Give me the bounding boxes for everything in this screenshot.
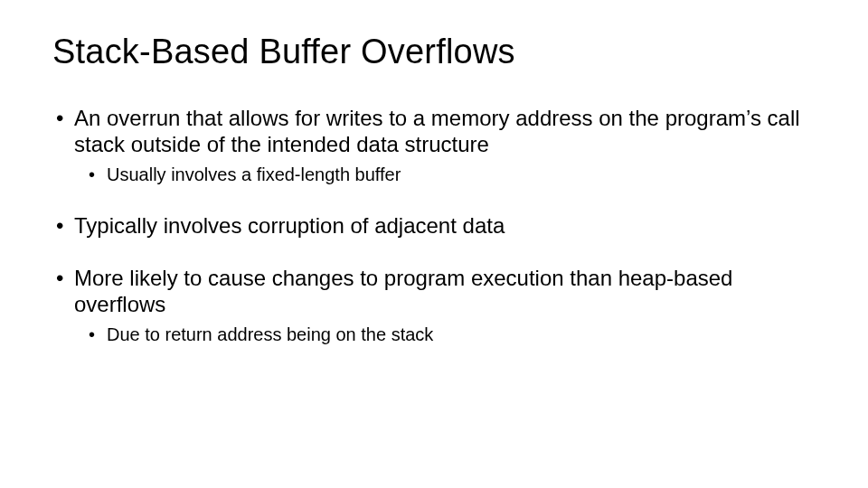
bullet-text: An overrun that allows for writes to a m…	[74, 106, 800, 156]
bullet-text: More likely to cause changes to program …	[74, 266, 732, 316]
bullet-list: An overrun that allows for writes to a m…	[52, 106, 816, 346]
sub-list: Due to return address being on the stack	[74, 324, 816, 346]
list-item: Due to return address being on the stack	[85, 324, 816, 346]
bullet-text: Typically involves corruption of adjacen…	[74, 213, 505, 238]
slide-title: Stack-Based Buffer Overflows	[52, 33, 816, 71]
list-item: More likely to cause changes to program …	[52, 266, 816, 346]
list-item: Usually involves a fixed-length buffer	[85, 164, 816, 186]
sub-list: Usually involves a fixed-length buffer	[74, 164, 816, 186]
list-item: Typically involves corruption of adjacen…	[52, 213, 816, 239]
bullet-text: Due to return address being on the stack	[107, 324, 433, 344]
list-item: An overrun that allows for writes to a m…	[52, 106, 816, 186]
slide: Stack-Based Buffer Overflows An overrun …	[0, 0, 868, 488]
bullet-text: Usually involves a fixed-length buffer	[107, 164, 401, 184]
